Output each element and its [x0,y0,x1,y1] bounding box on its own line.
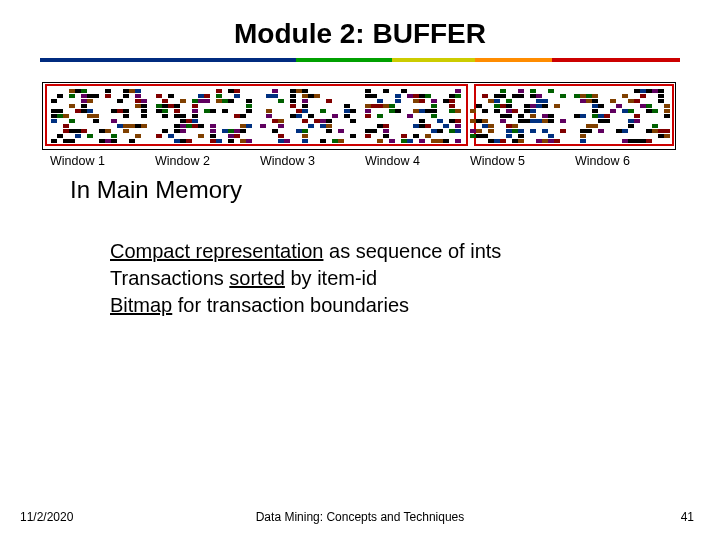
window-5-label: Window 5 [470,154,569,168]
body-line-1-rest: as sequence of ints [323,240,501,262]
window-2-bitmap [155,88,254,144]
window-3-label: Window 3 [260,154,359,168]
window-2-label: Window 2 [155,154,254,168]
body-line-2: Transactions sorted by item-id [110,265,720,292]
slide-title: Module 2: BUFFER [0,0,720,58]
body-line-2-pre: Transactions [110,267,229,289]
window-3-bitmap [259,88,358,144]
body-line-2-rest: by item-id [285,267,377,289]
window-6-label: Window 6 [575,154,674,168]
title-module: Module 2: [234,18,372,49]
footer-page-number: 41 [681,510,694,524]
window-1-bitmap [50,88,149,144]
window-labels-row: Window 1 Window 2 Window 3 Window 4 Wind… [42,150,678,168]
window-5-bitmap [469,88,568,144]
body-line-3: Bitmap for transaction boundaries [110,292,720,319]
window-4-label: Window 4 [365,154,464,168]
body-line-1-underlined: Compact representation [110,240,323,262]
window-4-bitmap [364,88,463,144]
footer-course: Data Mining: Concepts and Techniques [0,510,720,524]
title-underline-rainbow [40,58,680,62]
window-6-bitmap [573,88,672,144]
window-1-label: Window 1 [50,154,149,168]
title-buffer: BUFFER [372,18,486,49]
body-line-3-rest: for transaction boundaries [172,294,409,316]
in-main-memory-heading: In Main Memory [70,176,720,204]
body-text: Compact representation as sequence of in… [110,238,720,319]
buffer-diagram: Window 1 Window 2 Window 3 Window 4 Wind… [42,82,678,168]
body-line-2-underlined: sorted [229,267,285,289]
body-line-1: Compact representation as sequence of in… [110,238,720,265]
body-line-3-underlined: Bitmap [110,294,172,316]
